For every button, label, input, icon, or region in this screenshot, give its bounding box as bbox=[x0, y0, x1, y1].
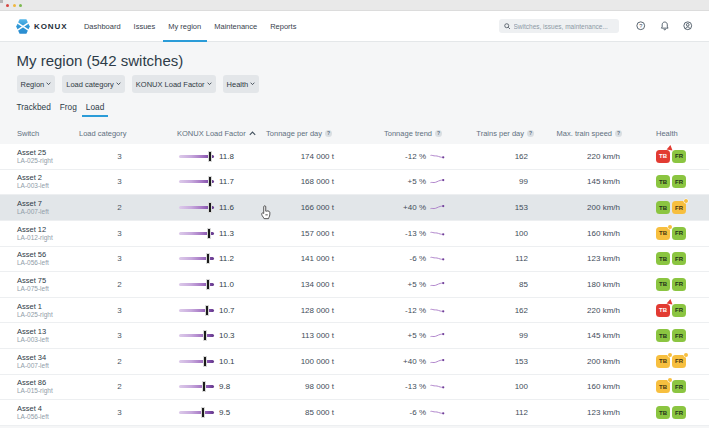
account-icon[interactable] bbox=[683, 21, 693, 31]
table-row[interactable]: Asset 1LA-025-right310.7128 000 t-12 %16… bbox=[0, 298, 709, 324]
load-factor-cell: 10.1 bbox=[160, 349, 256, 374]
konux-logo[interactable]: KONUX bbox=[16, 19, 67, 34]
column-header-label: KONUX Load Factor bbox=[177, 129, 246, 138]
table-row[interactable]: Asset 4LA-056-left39.585 000 t-6 %112123… bbox=[0, 400, 709, 426]
load-factor-value: 11.7 bbox=[219, 177, 234, 186]
browser-titlebar bbox=[0, 0, 709, 11]
nav-item-issues[interactable]: Issues bbox=[127, 11, 162, 41]
filter-region[interactable]: Region bbox=[17, 75, 56, 93]
health-badge-trackbed[interactable]: TB bbox=[656, 150, 670, 163]
trend-sparkline-down bbox=[430, 383, 445, 390]
trend-cell: +5 % bbox=[350, 323, 445, 348]
info-icon[interactable]: ? bbox=[527, 130, 534, 137]
filter-konux-load-factor[interactable]: KONUX Load Factor bbox=[132, 75, 216, 93]
minimize-window-button[interactable] bbox=[13, 4, 16, 7]
load-factor-value: 10.3 bbox=[219, 331, 235, 340]
table-row[interactable]: Asset 56LA-056-left311.2141 000 t-6 %112… bbox=[0, 247, 709, 273]
asset-name: Asset 2 bbox=[17, 173, 42, 182]
table-row[interactable]: Asset 25LA-025-right311.8174 000 t-12 %1… bbox=[0, 144, 709, 170]
tab-frog[interactable]: Frog bbox=[56, 101, 81, 117]
health-badge-trackbed[interactable]: TB bbox=[656, 355, 670, 368]
column-header-switch[interactable]: Switch bbox=[0, 129, 79, 138]
load-factor-cell: 10.3 bbox=[160, 323, 256, 348]
health-badge-frog[interactable]: FR bbox=[672, 227, 686, 240]
table-row[interactable]: Asset 86LA-015-right29.898 000 t-13 %100… bbox=[0, 375, 709, 401]
health-badge-frog[interactable]: FR bbox=[672, 278, 686, 291]
health-badge-frog[interactable]: FR bbox=[672, 175, 686, 188]
asset-id: LA-012-right bbox=[17, 234, 53, 242]
nav-item-dashboard[interactable]: Dashboard bbox=[77, 11, 127, 41]
load-factor-cell: 11.3 bbox=[160, 221, 256, 246]
health-cell: TBFR bbox=[640, 195, 709, 220]
health-badge-frog[interactable]: FR bbox=[672, 406, 686, 419]
zoom-window-button[interactable] bbox=[19, 4, 22, 7]
health-badge-frog[interactable]: FR bbox=[672, 201, 686, 214]
column-header-label: Trains per day bbox=[476, 129, 524, 138]
filter-load-category[interactable]: Load category bbox=[62, 75, 125, 93]
search-icon bbox=[504, 23, 511, 30]
trend-cell: -13 % bbox=[350, 375, 445, 400]
nav-item-maintenance[interactable]: Maintenance bbox=[208, 11, 264, 41]
health-badge-frog[interactable]: FR bbox=[672, 380, 686, 393]
load-factor-value: 10.1 bbox=[219, 357, 235, 366]
column-header-max-train-speed[interactable]: Max. train speed? bbox=[540, 129, 640, 138]
tonnage-value: 174 000 t bbox=[256, 144, 350, 169]
column-header-konux-load-factor[interactable]: KONUX Load Factor bbox=[160, 129, 256, 138]
health-badge-trackbed[interactable]: TB bbox=[656, 406, 670, 419]
health-badge-frog[interactable]: FR bbox=[672, 329, 686, 342]
health-badge-trackbed[interactable]: TB bbox=[656, 175, 670, 188]
trend-value: +40 % bbox=[403, 357, 426, 366]
info-icon[interactable]: ? bbox=[435, 130, 442, 137]
health-badge-trackbed[interactable]: TB bbox=[656, 329, 670, 342]
trend-value: -12 % bbox=[405, 306, 426, 315]
nav-item-my-region[interactable]: My region bbox=[162, 11, 208, 41]
column-header-tonnage-trend[interactable]: Tonnage trend? bbox=[350, 129, 445, 138]
health-badge-trackbed[interactable]: TB bbox=[656, 252, 670, 265]
info-icon[interactable]: ? bbox=[325, 130, 332, 137]
column-header-tonnage-per-day[interactable]: Tonnage per day? bbox=[256, 129, 350, 138]
chevron-down-icon bbox=[46, 82, 51, 86]
trend-cell: -13 % bbox=[350, 221, 445, 246]
health-badge-trackbed[interactable]: TB bbox=[656, 278, 670, 291]
search-input[interactable] bbox=[514, 23, 615, 30]
column-header-trains-per-day[interactable]: Trains per day? bbox=[445, 129, 540, 138]
trend-cell: -6 % bbox=[350, 400, 445, 425]
asset-name: Asset 12 bbox=[17, 225, 46, 234]
help-icon[interactable]: ? bbox=[636, 21, 646, 31]
tab-load[interactable]: Load bbox=[82, 101, 108, 117]
tab-trackbed[interactable]: Trackbed bbox=[13, 101, 55, 117]
trend-cell: +40 % bbox=[350, 195, 445, 220]
notifications-bell-icon[interactable] bbox=[660, 21, 670, 31]
health-badge-frog[interactable]: FR bbox=[672, 355, 686, 368]
column-header-health[interactable]: Health bbox=[640, 129, 709, 138]
health-badge-trackbed[interactable]: TB bbox=[656, 201, 670, 214]
table-row[interactable]: Asset 34LA-007-left210.1100 000 t+40 %15… bbox=[0, 349, 709, 375]
load-factor-cell: 10.7 bbox=[160, 298, 256, 323]
nav-item-reports[interactable]: Reports bbox=[264, 11, 303, 41]
health-badge-trackbed[interactable]: TB bbox=[656, 227, 670, 240]
health-badge-frog[interactable]: FR bbox=[672, 150, 686, 163]
info-icon[interactable]: ? bbox=[615, 130, 622, 137]
table-row[interactable]: Asset 13LA-003-left310.3113 000 t+5 %991… bbox=[0, 323, 709, 349]
health-badge-trackbed[interactable]: TB bbox=[656, 380, 670, 393]
close-window-button[interactable] bbox=[6, 4, 9, 7]
filter-health[interactable]: Health bbox=[223, 75, 260, 93]
table-row[interactable]: Asset 75LA-075-left211.0134 000 t+5 %851… bbox=[0, 272, 709, 298]
column-header-label: Max. train speed bbox=[557, 129, 612, 138]
column-header-load-category[interactable]: Load category bbox=[79, 129, 160, 138]
asset-id: LA-056-left bbox=[17, 413, 49, 421]
health-badge-frog[interactable]: FR bbox=[672, 252, 686, 265]
table-row[interactable]: Asset 7LA-007-left211.6166 000 t+40 %153… bbox=[0, 195, 709, 221]
health-cell: TBFR bbox=[640, 375, 709, 400]
global-search[interactable] bbox=[499, 19, 619, 33]
table-body: Asset 25LA-025-right311.8174 000 t-12 %1… bbox=[0, 144, 709, 426]
load-factor-marker bbox=[204, 357, 206, 366]
table-row[interactable]: Asset 12LA-012-right311.3157 000 t-13 %1… bbox=[0, 221, 709, 247]
health-badge-trackbed[interactable]: TB bbox=[656, 304, 670, 317]
load-factor-value: 9.5 bbox=[219, 408, 230, 417]
health-badge-frog[interactable]: FR bbox=[672, 304, 686, 317]
load-factor-marker bbox=[203, 382, 205, 391]
trend-sparkline-up bbox=[430, 332, 445, 339]
load-category-value: 3 bbox=[79, 400, 160, 425]
table-row[interactable]: Asset 2LA-003-left311.7168 000 t+5 %9914… bbox=[0, 170, 709, 196]
